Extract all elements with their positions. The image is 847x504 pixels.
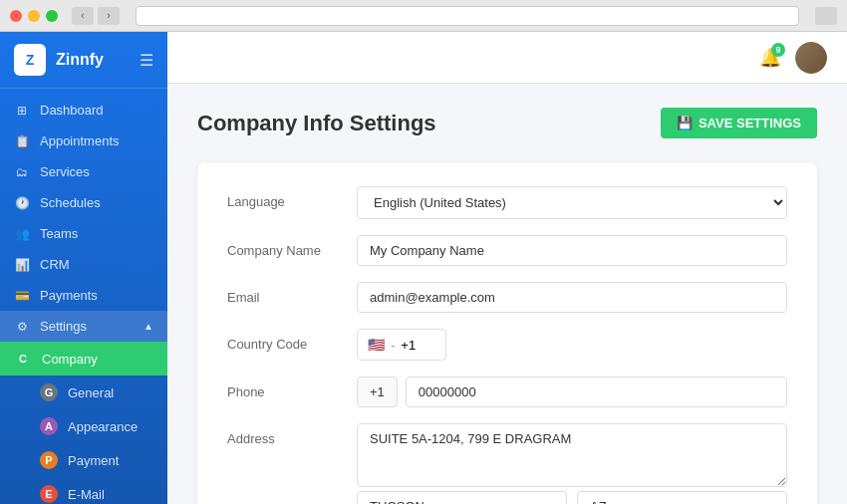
crm-icon: 📊 [14, 258, 30, 272]
country-code-field: 🇺🇸 - +1 [357, 329, 787, 361]
sidebar-label-services: Services [40, 164, 153, 179]
save-settings-button-top[interactable]: 💾 SAVE SETTINGS [661, 108, 817, 138]
phone-input-group: +1 [357, 377, 787, 407]
sidebar-label-appointments: Appointments [40, 133, 153, 148]
sidebar-label-crm: CRM [40, 257, 153, 272]
address-row: Address SUITE 5A-1204, 799 E DRAGRAM [227, 423, 787, 504]
maximize-button[interactable] [46, 10, 58, 22]
appointments-icon: 📋 [14, 134, 30, 148]
payment-icon: P [40, 451, 58, 469]
sidebar-item-schedules[interactable]: 🕐 Schedules [0, 187, 167, 218]
tab-icon-button[interactable] [815, 7, 837, 25]
page-title: Company Info Settings [197, 111, 436, 136]
sidebar-item-dashboard[interactable]: ⊞ Dashboard [0, 95, 167, 126]
company-name-input[interactable] [357, 235, 787, 266]
title-bar: ‹ › [0, 0, 847, 32]
sidebar-label-general: General [68, 385, 153, 400]
save-icon: 💾 [677, 116, 693, 130]
sidebar-item-payments[interactable]: 💳 Payments [0, 280, 167, 311]
settings-arrow-icon: ▲ [143, 321, 153, 332]
sidebar-label-payment: Payment [68, 453, 153, 468]
hamburger-icon[interactable]: ☰ [140, 51, 153, 70]
email-label: Email [227, 282, 357, 305]
sidebar-label-settings: Settings [40, 319, 134, 334]
sidebar-label-company: Company [42, 352, 153, 367]
avatar-image [795, 42, 827, 74]
sidebar-item-company[interactable]: C Company [0, 342, 167, 376]
sidebar-item-email[interactable]: E E-Mail [0, 477, 167, 504]
country-code-value: +1 [401, 338, 416, 353]
city-state-row [357, 491, 787, 504]
address-label: Address [227, 423, 357, 446]
email-icon: E [40, 485, 58, 503]
sidebar-item-general[interactable]: G General [0, 376, 167, 409]
sidebar-item-crm[interactable]: 📊 CRM [0, 249, 167, 280]
company-name-label: Company Name [227, 235, 357, 258]
sidebar-item-services[interactable]: 🗂 Services [0, 156, 167, 187]
flag-icon: 🇺🇸 [368, 337, 385, 353]
company-name-field [357, 235, 787, 266]
language-label: Language [227, 186, 357, 209]
sidebar-item-appointments[interactable]: 📋 Appointments [0, 126, 167, 156]
language-row: Language English (United States) [227, 186, 787, 219]
form-card: Language English (United States) Company… [197, 162, 817, 504]
page-header: Company Info Settings 💾 SAVE SETTINGS [197, 108, 817, 138]
minimize-button[interactable] [28, 10, 40, 22]
company-icon: C [14, 350, 32, 368]
dashboard-icon: ⊞ [14, 104, 30, 118]
sidebar-label-appearance: Appearance [68, 419, 153, 434]
city-input[interactable] [357, 491, 567, 504]
phone-prefix: +1 [357, 377, 398, 407]
country-code-row: Country Code 🇺🇸 - +1 [227, 329, 787, 361]
sidebar-label-schedules: Schedules [40, 195, 153, 210]
save-label-top: SAVE SETTINGS [699, 116, 801, 130]
country-code-divider: - [391, 338, 395, 353]
state-input[interactable] [577, 491, 787, 504]
sidebar-item-payment[interactable]: P Payment [0, 443, 167, 477]
address-textarea[interactable]: SUITE 5A-1204, 799 E DRAGRAM [357, 423, 787, 487]
language-select[interactable]: English (United States) [357, 186, 787, 219]
phone-number-input[interactable] [406, 377, 787, 407]
city-col [357, 491, 567, 504]
avatar[interactable] [795, 42, 827, 74]
notification-badge: 9 [771, 43, 785, 57]
country-code-label: Country Code [227, 329, 357, 352]
email-input[interactable] [357, 282, 787, 313]
state-col [577, 491, 787, 504]
top-bar: 🔔 9 [167, 32, 847, 84]
content-area: Company Info Settings 💾 SAVE SETTINGS La… [167, 84, 847, 504]
schedules-icon: 🕐 [14, 196, 30, 210]
language-field: English (United States) [357, 186, 787, 219]
email-row: Email [227, 282, 787, 313]
sidebar-item-appearance[interactable]: A Appearance [0, 409, 167, 443]
app-layout: Z Zinnfy ☰ ⊞ Dashboard 📋 Appointments 🗂 … [0, 32, 847, 504]
phone-field: +1 [357, 377, 787, 407]
notifications-button[interactable]: 🔔 9 [759, 47, 781, 69]
country-code-selector[interactable]: 🇺🇸 - +1 [357, 329, 446, 361]
services-icon: 🗂 [14, 165, 30, 179]
address-field: SUITE 5A-1204, 799 E DRAGRAM [357, 423, 787, 504]
main-area: 🔔 9 Company Info Settings 💾 SAVE SETTING… [167, 32, 847, 504]
phone-label: Phone [227, 377, 357, 399]
sidebar-label-payments: Payments [40, 288, 153, 303]
sidebar-item-settings[interactable]: ⚙ Settings ▲ [0, 311, 167, 342]
sidebar-item-teams[interactable]: 👥 Teams [0, 218, 167, 249]
sidebar-label-teams: Teams [40, 226, 153, 241]
address-bar[interactable] [136, 6, 799, 26]
forward-button[interactable]: › [98, 7, 120, 25]
sidebar: Z Zinnfy ☰ ⊞ Dashboard 📋 Appointments 🗂 … [0, 32, 167, 504]
email-field-wrap [357, 282, 787, 313]
settings-icon: ⚙ [14, 320, 30, 334]
sidebar-brand: Zinnfy [56, 51, 104, 69]
company-name-row: Company Name [227, 235, 787, 266]
sidebar-label-dashboard: Dashboard [40, 103, 153, 118]
back-button[interactable]: ‹ [72, 7, 94, 25]
appearance-icon: A [40, 417, 58, 435]
sidebar-nav: ⊞ Dashboard 📋 Appointments 🗂 Services 🕐 … [0, 89, 167, 504]
phone-row: Phone +1 [227, 377, 787, 407]
close-button[interactable] [10, 10, 22, 22]
sidebar-header: Z Zinnfy ☰ [0, 32, 167, 89]
teams-icon: 👥 [14, 227, 30, 241]
sidebar-label-email: E-Mail [68, 487, 153, 502]
sidebar-logo: Z [14, 44, 46, 76]
